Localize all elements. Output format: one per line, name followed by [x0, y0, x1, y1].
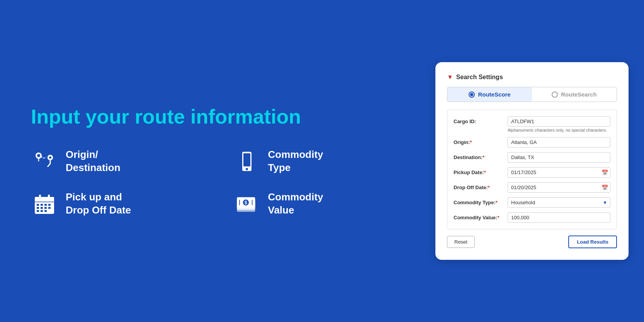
cargo-id-input-group: Alphanumeric characters only, no special… — [508, 116, 610, 132]
svg-point-11 — [246, 168, 248, 170]
svg-rect-22 — [48, 204, 51, 206]
phone-icon — [233, 148, 260, 175]
radio-tabs: RouteScore RouteSearch — [447, 87, 617, 102]
funnel-icon: ▼ — [447, 74, 453, 81]
origin-label: Origin:* — [454, 137, 508, 145]
form-actions: Reset Load Results — [447, 236, 617, 248]
svg-line-4 — [41, 157, 44, 158]
commodity-value-row: Commodity Value:* — [454, 212, 610, 223]
cargo-id-row: Cargo ID: Alphanumeric characters only, … — [454, 116, 610, 132]
cargo-id-input[interactable] — [508, 116, 610, 127]
svg-point-1 — [37, 154, 40, 157]
dropoff-date-row: Drop Off Date:* 📅 — [454, 182, 610, 193]
feature-pickup-dropoff: Pick up andDrop Off Date — [31, 190, 210, 217]
origin-row: Origin:* — [454, 137, 610, 147]
tab-routescore[interactable]: RouteScore — [447, 87, 532, 102]
destination-input[interactable] — [508, 152, 610, 163]
cargo-id-hint: Alphanumeric characters only, no special… — [508, 128, 610, 132]
feature-commodity-value-text: CommodityValue — [268, 191, 323, 217]
radio-routescore-indicator — [469, 92, 475, 98]
location-icon — [31, 148, 58, 175]
pickup-date-label: Pickup Date:* — [454, 167, 508, 175]
svg-rect-28 — [41, 210, 43, 212]
dropoff-date-input-group: 📅 — [508, 182, 610, 193]
commodity-type-input-group: Household Electronics Automotive Perisha… — [508, 197, 610, 208]
svg-rect-21 — [44, 204, 47, 206]
hero-title: Input your route information — [31, 105, 412, 129]
pickup-date-input-group: 📅 — [508, 167, 610, 178]
left-panel: Input your route information — [0, 0, 435, 322]
svg-rect-18 — [48, 195, 50, 199]
origin-input[interactable] — [508, 137, 610, 147]
svg-rect-20 — [41, 204, 43, 206]
right-panel: ▼ Search Settings RouteScore RouteSearch… — [435, 62, 629, 260]
svg-rect-24 — [41, 207, 43, 209]
dropoff-date-input[interactable] — [508, 182, 610, 193]
features-grid: Origin/Destination CommodityType — [31, 148, 412, 217]
tab-routesearch-label: RouteSearch — [561, 91, 597, 98]
tab-routesearch[interactable]: RouteSearch — [532, 87, 617, 102]
search-settings-title: Search Settings — [456, 74, 503, 81]
svg-rect-27 — [37, 210, 39, 212]
commodity-type-select-wrapper: Household Electronics Automotive Perisha… — [508, 197, 610, 208]
form-section: Cargo ID: Alphanumeric characters only, … — [447, 110, 617, 229]
svg-rect-17 — [39, 195, 41, 199]
feature-commodity-value: $ CommodityValue — [233, 190, 413, 217]
destination-label: Destination:* — [454, 152, 508, 160]
commodity-value-input[interactable] — [508, 212, 610, 223]
commodity-type-label: Commodity Type:* — [454, 197, 508, 205]
reset-button[interactable]: Reset — [447, 236, 475, 248]
svg-rect-10 — [243, 153, 250, 166]
feature-origin-text: Origin/Destination — [66, 148, 121, 175]
feature-pickup-text: Pick up andDrop Off Date — [66, 191, 131, 217]
calendar-icon — [31, 190, 58, 217]
origin-input-group — [508, 137, 610, 147]
feature-commodity-type: CommodityType — [233, 148, 413, 175]
pickup-date-wrapper: 📅 — [508, 167, 610, 178]
pickup-date-input[interactable] — [508, 167, 610, 178]
destination-row: Destination:* — [454, 152, 610, 163]
money-icon: $ — [233, 190, 260, 217]
radio-routesearch-indicator — [552, 92, 558, 98]
cargo-id-label: Cargo ID: — [454, 116, 508, 124]
pickup-date-row: Pickup Date:* 📅 — [454, 167, 610, 178]
svg-line-5 — [44, 157, 46, 158]
svg-text:$: $ — [245, 200, 247, 205]
svg-rect-15 — [35, 197, 54, 202]
load-results-button[interactable]: Load Results — [568, 236, 617, 248]
svg-rect-19 — [37, 204, 39, 206]
commodity-value-input-group — [508, 212, 610, 223]
feature-origin-destination: Origin/Destination — [31, 148, 210, 175]
search-settings-header: ▼ Search Settings — [447, 74, 617, 81]
dropoff-date-wrapper: 📅 — [508, 182, 610, 193]
svg-rect-26 — [48, 207, 51, 209]
svg-point-7 — [49, 156, 51, 159]
tab-routescore-label: RouteScore — [478, 91, 510, 98]
commodity-type-select[interactable]: Household Electronics Automotive Perisha… — [508, 197, 610, 208]
destination-input-group — [508, 152, 610, 163]
dropoff-date-label: Drop Off Date:* — [454, 182, 508, 190]
svg-rect-29 — [44, 210, 47, 212]
commodity-type-row: Commodity Type:* Household Electronics A… — [454, 197, 610, 208]
commodity-value-label: Commodity Value:* — [454, 212, 508, 220]
svg-rect-23 — [37, 207, 39, 209]
feature-commodity-type-text: CommodityType — [268, 148, 323, 175]
svg-rect-25 — [44, 207, 47, 209]
main-container: Input your route information — [0, 0, 644, 322]
